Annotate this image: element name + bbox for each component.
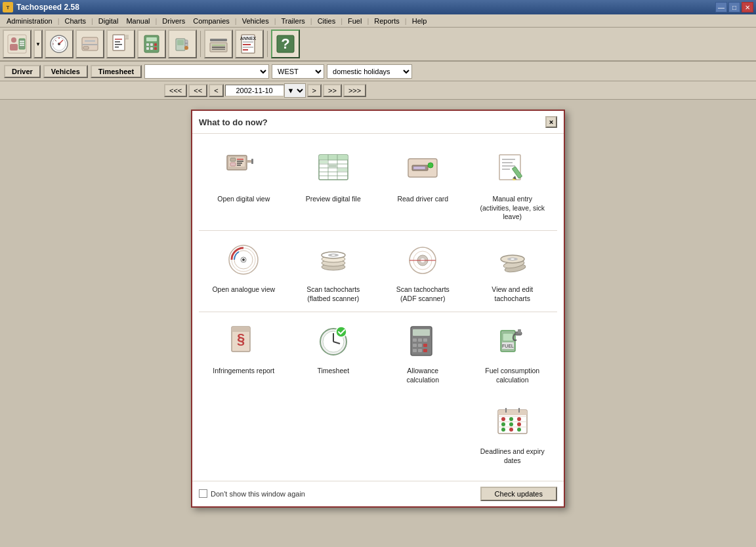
fuel-consumption-cell[interactable]: FUEL Fuel consumption calculation	[468, 312, 558, 393]
date-dropdown[interactable]: ▼	[284, 83, 306, 98]
minimize-button[interactable]: —	[715, 2, 727, 12]
titlebar-controls[interactable]: — □ ✕	[715, 2, 753, 12]
vehicles-button[interactable]: Vehicles	[43, 65, 88, 78]
menu-charts[interactable]: Charts	[61, 16, 90, 26]
toolbar-annex-btn[interactable]: ANNEX	[235, 30, 264, 58]
svg-text:T: T	[7, 5, 10, 10]
open-digital-view-cell[interactable]: Open digital view	[199, 140, 289, 230]
toolbar-analogue-btn[interactable]	[45, 30, 74, 58]
menu-trailers[interactable]: Trailers	[278, 16, 309, 26]
region-select[interactable]: WEST	[272, 64, 324, 79]
menu-companies[interactable]: Companies	[189, 16, 234, 26]
svg-rect-73	[413, 167, 425, 169]
svg-point-143	[509, 428, 513, 432]
svg-rect-32	[177, 40, 184, 45]
menu-cities[interactable]: Cities	[314, 16, 340, 26]
nav-last-button[interactable]: >>>	[343, 84, 366, 97]
timesheet-button[interactable]: Timesheet	[91, 65, 142, 78]
menu-drivers[interactable]: Drivers	[158, 16, 189, 26]
open-analogue-view-icon	[222, 239, 264, 281]
toolbar-help-btn[interactable]: ?	[271, 30, 300, 58]
svg-point-111	[336, 327, 346, 337]
holiday-select[interactable]: domestic holidays	[327, 64, 412, 79]
svg-rect-46	[243, 49, 248, 51]
menu-sep-9: |	[404, 17, 408, 25]
toolbar: ▼	[0, 28, 756, 62]
open-analogue-view-cell[interactable]: Open analogue view	[199, 231, 289, 312]
toolbar-scan-btn[interactable]	[204, 30, 233, 58]
svg-rect-55	[237, 163, 242, 164]
svg-rect-121	[418, 349, 422, 352]
menu-reports[interactable]: Reports	[370, 16, 404, 26]
view-edit-tachocharts-cell[interactable]: View and edit tachocharts	[468, 231, 558, 312]
svg-rect-113	[413, 329, 430, 336]
read-driver-card-cell[interactable]: Read driver card	[378, 140, 468, 230]
toolbar-card-btn[interactable]	[75, 30, 104, 58]
close-button[interactable]: ✕	[742, 2, 753, 12]
toolbar-digital-btn[interactable]	[106, 30, 135, 58]
maximize-button[interactable]: □	[728, 2, 740, 12]
manual-entry-cell[interactable]: Manual entry (activities, leave, sick le…	[468, 140, 558, 230]
toolbar-driver-btn[interactable]	[3, 30, 32, 58]
fuel-consumption-icon: FUEL	[492, 321, 534, 363]
toolbar-fuel-btn[interactable]	[168, 30, 197, 58]
dont-show-checkbox[interactable]	[199, 489, 207, 498]
navbar: <<< << < 2002-11-10 ▼ > >> >>>	[0, 81, 756, 100]
svg-point-142	[501, 428, 505, 432]
toolbar-driver-dropdown[interactable]: ▼	[33, 30, 43, 58]
svg-rect-58	[251, 159, 253, 164]
svg-rect-115	[418, 338, 422, 342]
svg-point-74	[428, 163, 433, 168]
open-digital-view-icon	[222, 149, 264, 191]
menu-help[interactable]: Help	[408, 16, 431, 26]
timesheet-cell[interactable]: Timesheet	[289, 312, 379, 393]
menu-vehicles[interactable]: Vehicles	[238, 16, 273, 26]
svg-rect-30	[154, 47, 157, 50]
svg-rect-79	[502, 169, 510, 170]
preview-digital-file-cell[interactable]: Preview digital file	[289, 140, 379, 230]
timesheet-label: Timesheet	[317, 367, 349, 376]
toolbar-calc-btn[interactable]	[137, 30, 166, 58]
menu-sep-2: |	[90, 17, 94, 25]
svg-rect-60	[319, 155, 348, 160]
current-date: 2002-11-10	[225, 85, 284, 96]
allowance-calculation-icon	[402, 321, 444, 363]
menu-administration[interactable]: Administration	[3, 16, 56, 26]
driver-select[interactable]	[144, 64, 269, 79]
svg-rect-4	[10, 44, 18, 51]
nav-prev-more-button[interactable]: <<	[188, 84, 207, 97]
svg-rect-54	[237, 161, 243, 162]
main-area: What to do now? ×	[0, 100, 756, 547]
svg-rect-70	[338, 169, 347, 171]
menu-digital[interactable]: Digital	[94, 16, 123, 26]
menu-manual[interactable]: Manual	[122, 16, 154, 26]
svg-rect-76	[502, 159, 515, 160]
svg-rect-56	[237, 165, 241, 166]
allowance-calculation-label: Allowance calculation	[390, 367, 455, 384]
nav-next-button[interactable]: >	[307, 84, 322, 97]
driver-button[interactable]: Driver	[4, 65, 41, 78]
svg-rect-14	[82, 44, 98, 45]
nav-next-more-button[interactable]: >>	[323, 84, 342, 97]
svg-rect-19	[115, 39, 122, 40]
svg-rect-24	[146, 37, 157, 41]
deadlines-expiry-cell[interactable]: Deadlines and expiry dates	[468, 393, 558, 474]
svg-rect-78	[502, 165, 515, 167]
infringements-report-cell[interactable]: § Infringements report	[199, 312, 289, 393]
menu-fuel[interactable]: Fuel	[344, 16, 366, 26]
read-driver-card-icon	[402, 149, 444, 191]
allowance-calculation-cell[interactable]: Allowance calculation	[378, 312, 468, 393]
titlebar: T Tachospeed 2.58 — □ ✕	[0, 0, 756, 14]
nav-prev-button[interactable]: <	[209, 84, 223, 97]
dialog-close-button[interactable]: ×	[545, 116, 557, 128]
scan-adf-cell[interactable]: Scan tachocharts (ADF scanner)	[378, 231, 468, 312]
toolbar-separator-1	[200, 31, 201, 57]
menu-sep-8: |	[366, 17, 370, 25]
svg-point-139	[501, 422, 505, 426]
menubar: Administration | Charts | Digital Manual…	[0, 14, 756, 28]
check-updates-button[interactable]: Check updates	[480, 487, 557, 501]
nav-first-button[interactable]: <<<	[164, 84, 187, 97]
svg-rect-68	[320, 161, 327, 163]
scan-flatbed-cell[interactable]: Scan tachocharts (flatbed scanner)	[289, 231, 379, 312]
svg-rect-20	[115, 41, 120, 43]
